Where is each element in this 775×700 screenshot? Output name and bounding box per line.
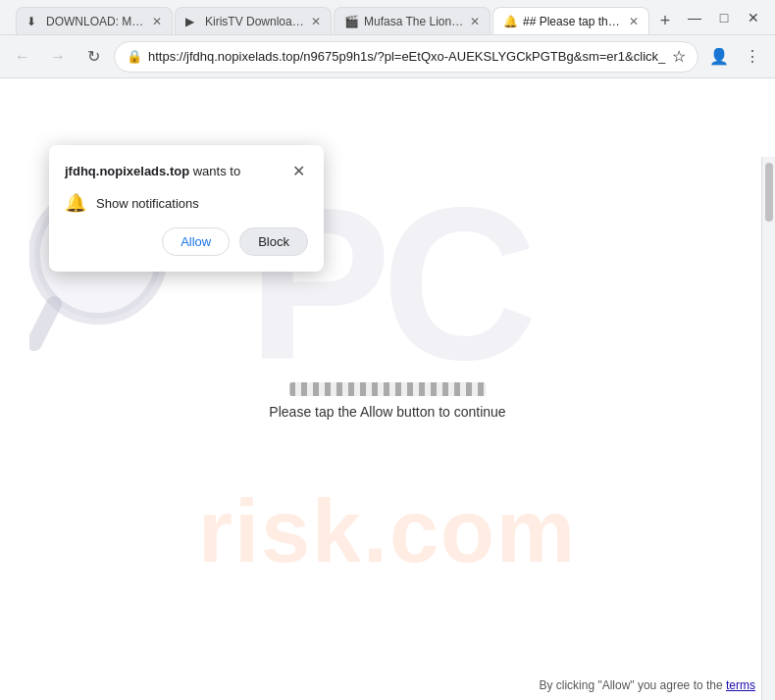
navigation-bar: ← → ↻ 🔒 ☆ 👤 ⋮: [0, 35, 775, 78]
secure-icon: 🔒: [127, 49, 142, 64]
bookmark-icon[interactable]: ☆: [672, 47, 686, 66]
page-footer: By clicking "Allow" you agree to the ter…: [539, 678, 755, 692]
tab-1-title: DOWNLOAD: Mufasa...: [46, 15, 146, 28]
permission-label: Show notifications: [96, 196, 199, 211]
close-button[interactable]: ✕: [740, 4, 767, 31]
allow-button[interactable]: Allow: [162, 227, 230, 256]
refresh-button[interactable]: ↻: [78, 42, 108, 72]
new-tab-button[interactable]: +: [651, 7, 679, 34]
scrollbar[interactable]: [761, 157, 775, 700]
dialog-domain: jfdhq.nopixelads.top: [65, 164, 189, 178]
tab-2-close[interactable]: ✕: [311, 15, 321, 28]
bell-icon: 🔔: [65, 192, 86, 214]
tab-2[interactable]: ▶ KirisTV Download Pa... ✕: [175, 7, 332, 34]
scrollbar-thumb[interactable]: [765, 163, 773, 222]
block-button[interactable]: Block: [239, 227, 308, 256]
progress-bar: [289, 382, 486, 396]
tab-3[interactable]: 🎬 Mufasa The Lion Kin... ✕: [334, 7, 491, 34]
maximize-button[interactable]: □: [710, 4, 738, 31]
tab-1-close[interactable]: ✕: [152, 15, 162, 28]
tab-4-close[interactable]: ✕: [629, 15, 639, 28]
browser-window: ⬇ DOWNLOAD: Mufasa... ✕ ▶ KirisTV Downlo…: [0, 0, 775, 700]
dialog-header: jfdhq.nopixelads.top wants to ✕: [65, 161, 308, 180]
dialog-buttons: Allow Block: [65, 227, 308, 256]
tab-3-favicon: 🎬: [344, 15, 358, 28]
dialog-title: jfdhq.nopixelads.top wants to: [65, 164, 240, 178]
menu-button[interactable]: ⋮: [738, 42, 767, 72]
page-content: PC risk.com Please tap the Allow button …: [0, 78, 775, 700]
tab-1-favicon: ⬇: [26, 15, 40, 28]
back-button[interactable]: ←: [8, 42, 37, 72]
profile-button[interactable]: 👤: [704, 42, 734, 72]
notification-dialog: jfdhq.nopixelads.top wants to ✕ 🔔 Show n…: [49, 145, 324, 272]
progress-text: Please tap the Allow button to continue: [269, 404, 505, 420]
dialog-close-button[interactable]: ✕: [288, 161, 308, 180]
risk-watermark: risk.com: [198, 481, 577, 582]
window-actions: — □ ✕: [681, 4, 767, 31]
terms-link[interactable]: terms: [726, 678, 755, 692]
footer-text: By clicking "Allow" you agree to the: [539, 678, 726, 692]
tabs-container: ⬇ DOWNLOAD: Mufasa... ✕ ▶ KirisTV Downlo…: [16, 0, 681, 34]
tab-3-title: Mufasa The Lion Kin...: [364, 15, 464, 28]
title-bar: ⬇ DOWNLOAD: Mufasa... ✕ ▶ KirisTV Downlo…: [0, 0, 775, 35]
tab-4-favicon: 🔔: [503, 15, 517, 28]
progress-area: Please tap the Allow button to continue: [269, 382, 505, 420]
tab-2-favicon: ▶: [185, 15, 199, 28]
url-input[interactable]: [148, 49, 666, 64]
svg-line-3: [34, 304, 54, 343]
tab-2-title: KirisTV Download Pa...: [205, 15, 305, 28]
forward-button[interactable]: →: [43, 42, 73, 72]
tab-1[interactable]: ⬇ DOWNLOAD: Mufasa... ✕: [16, 7, 173, 34]
dialog-title-suffix: wants to: [189, 164, 240, 178]
dialog-permission-row: 🔔 Show notifications: [65, 192, 308, 214]
nav-right-actions: 👤 ⋮: [704, 42, 767, 72]
address-bar[interactable]: 🔒 ☆: [114, 41, 698, 73]
tab-3-close[interactable]: ✕: [470, 15, 480, 28]
minimize-button[interactable]: —: [681, 4, 708, 31]
tab-4[interactable]: 🔔 ## Please tap the All... ✕: [492, 7, 649, 34]
tab-4-title: ## Please tap the All...: [523, 15, 623, 28]
